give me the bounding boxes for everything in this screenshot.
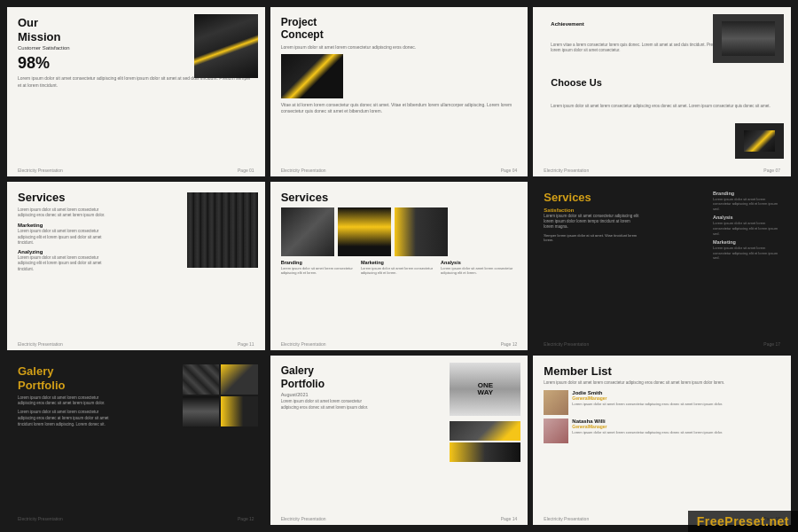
slide5-image3 (395, 207, 448, 256)
slide7-footer: Electricity Presentation Page 12 (18, 516, 254, 521)
slide6-footer-right: Page 17 (763, 341, 780, 347)
slide9-title: Member List (544, 364, 780, 378)
slide9-member2-role: GeneralManager (572, 424, 723, 429)
slide3-footer-right: Page 07 (763, 168, 780, 173)
slide5-label1: Branding (281, 260, 357, 265)
slide4-footer-left: Electricity Presentation (18, 341, 63, 347)
slide9-member1-photo (544, 390, 568, 415)
slide8-footer-left: Electricity Presentation (281, 516, 326, 521)
slide9-body: Lorem ipsum dolor sit amet lorem consect… (544, 380, 780, 387)
slide4-footer: Electricity Presentation Page 11 (18, 341, 254, 347)
slide-grid: OurMission Customer Satisfaction 98% Lor… (7, 7, 791, 525)
slide7-img4 (221, 396, 258, 426)
slide-services-left: Services Lorem ipsum dolor sit amet lore… (7, 182, 265, 351)
slide7-body2: Lorem ipsum dolor sit amet lorem consect… (18, 410, 111, 427)
slide5-col1: Branding Lorem ipsum dolor sit amet lore… (281, 260, 357, 276)
slide5-col2: Marketing Lorem ipsum dolor sit amet lor… (361, 260, 437, 276)
slide-choose-us: Achievement Lorem vitae a lorem consecte… (533, 7, 791, 176)
slide1-image (194, 14, 258, 78)
road-image (194, 14, 258, 78)
slide6-svc1-body: Semper lorem ipsum dolor at sit amet. Vi… (544, 233, 641, 243)
slide2-title: ProjectConcept (281, 16, 518, 42)
slide9-member1-info: Jodie Smith GeneralManager Lorem ipsum d… (572, 390, 723, 407)
slide8-sign: ONEWAY (478, 382, 494, 398)
slide5-footer-right: Page 12 (501, 341, 518, 347)
slide6-footer: Electricity Presentation Page 17 (544, 341, 780, 347)
slide5-text3: Lorem ipsum dolor sit amet lorem consect… (441, 266, 517, 276)
slide8-footer: Electricity Presentation Page 14 (281, 516, 518, 521)
slide5-text2: Lorem ipsum dolor sit amet lorem consect… (361, 266, 437, 276)
slide-services-center: Services Branding Lorem ipsum dolor sit … (270, 182, 528, 351)
slide9-member2-row: Natasha Willi GeneralManager Lorem ipsum… (544, 419, 780, 443)
slide5-text1: Lorem ipsum dolor sit amet lorem consect… (281, 266, 357, 276)
slide6-r3-label: Marketing (713, 239, 784, 245)
slide2-body2: Vitae at id lorem lorem consectetur quis… (281, 102, 518, 114)
slide2-body1: Lorem ipsum dolor sit amet lorem consect… (281, 44, 518, 51)
slide3-choose-text: Lorem ipsum dolor sit amet lorem consect… (542, 97, 782, 116)
watermark-preset: Preset.net (724, 514, 789, 528)
slide-our-mission: OurMission Customer Satisfaction 98% Lor… (7, 7, 265, 176)
slide6-r2-text: Lorem ipsum dolor sit amet lorem consect… (713, 221, 784, 236)
slide3-choose-title: Choose Us (542, 70, 782, 95)
slide2-footer-left: Electricity Presentation (281, 168, 326, 173)
slide2-footer-right: Page 04 (501, 168, 518, 173)
slide9-member2-text: Lorem ipsum dolor sit amet lorem consect… (572, 430, 723, 435)
slide-services-dark: Services Satisfaction Lorem ipsum dolor … (533, 182, 791, 351)
slide9-footer-left: Electricity Presentation (544, 516, 589, 521)
slide2-footer: Electricity Presentation Page 04 (281, 168, 518, 173)
slide7-img1 (183, 364, 220, 395)
watermark-label: FreePreset.net (688, 511, 798, 532)
slide3-bottom-image (735, 123, 784, 159)
slide8-footer-right: Page 14 (501, 516, 518, 521)
slide6-r2-label: Analysis (713, 215, 784, 220)
slide5-footer-left: Electricity Presentation (281, 341, 326, 347)
slide9-member1-row: Jodie Smith GeneralManager Lorem ipsum d… (544, 390, 780, 415)
slide5-label3: Analysis (441, 260, 517, 265)
slide-gallery-dark: GaleryPortfolio Lorem ipsum dolor sit am… (7, 356, 265, 525)
slide-project-concept: ProjectConcept Lorem ipsum dolor sit ame… (270, 7, 528, 176)
slide6-svc1-text: Lorem ipsum dolor sit amet consectetur a… (544, 214, 641, 231)
slide1-footer: Electricity Presentation Page 01 (18, 168, 254, 173)
slide8-side-images (450, 421, 520, 462)
slide-member-list: Member List Lorem ipsum dolor sit amet l… (533, 356, 791, 525)
slide2-image (281, 54, 343, 98)
slide5-footer: Electricity Presentation Page 12 (281, 341, 518, 347)
slide5-images (281, 207, 518, 256)
slide4-svc1-text: Lorem ipsum dolor sit amet lorem consect… (18, 229, 111, 246)
slide4-svc2-text: Lorem ipsum dolor sit amet lorem consect… (18, 255, 111, 272)
slide-gallery-light: GaleryPortfolio August/2021 Lorem ipsum … (270, 356, 528, 525)
slide1-footer-left: Electricity Presentation (18, 168, 63, 173)
slide6-footer-left: Electricity Presentation (544, 341, 589, 347)
watermark-free: Free (697, 514, 725, 528)
slide7-images (183, 364, 258, 426)
slide1-footer-right: Page 01 (238, 168, 254, 173)
slide8-main-image: ONEWAY (450, 363, 520, 416)
slide6-right-col: Branding Lorem ipsum dolor sit amet lore… (713, 191, 784, 264)
slide5-image2 (338, 207, 391, 256)
slide9-member1-role: GeneralManager (572, 395, 723, 401)
slide5-image1 (281, 207, 334, 256)
slide7-img3 (183, 396, 220, 426)
slide5-label2: Marketing (361, 260, 437, 265)
slide4-footer-right: Page 11 (238, 341, 254, 347)
slide3-footer: Electricity Presentation Page 07 (544, 168, 780, 173)
slide7-body1: Lorem ipsum dolor sit amet lorem consect… (18, 395, 111, 408)
slide3-top-image (713, 14, 784, 63)
slide5-title: Services (281, 191, 518, 204)
slide8-side-img2 (450, 442, 520, 462)
slide7-img2 (221, 364, 258, 395)
slide8-body: Lorem ipsum dolor sit amet lorem consect… (281, 399, 379, 411)
slide6-r1-label: Branding (713, 191, 784, 196)
slide9-member2-photo (544, 419, 568, 443)
slide9-member1-text: Lorem ipsum dolor sit amet lorem consect… (572, 402, 723, 407)
slide7-footer-right: Page 12 (238, 516, 254, 521)
slide7-footer-left: Electricity Presentation (18, 516, 63, 521)
slide4-image (187, 192, 258, 268)
slide6-r3-text: Lorem ipsum dolor sit amet lorem consect… (713, 246, 784, 261)
slide5-labels: Branding Lorem ipsum dolor sit amet lore… (281, 260, 518, 276)
slide5-col3: Analysis Lorem ipsum dolor sit amet lore… (441, 260, 517, 276)
slide6-r1-text: Lorem ipsum dolor sit amet lorem consect… (713, 197, 784, 212)
slide9-member2-info: Natasha Willi GeneralManager Lorem ipsum… (572, 419, 723, 435)
slide3-footer-left: Electricity Presentation (544, 168, 589, 173)
slide8-side-img1 (450, 421, 520, 441)
